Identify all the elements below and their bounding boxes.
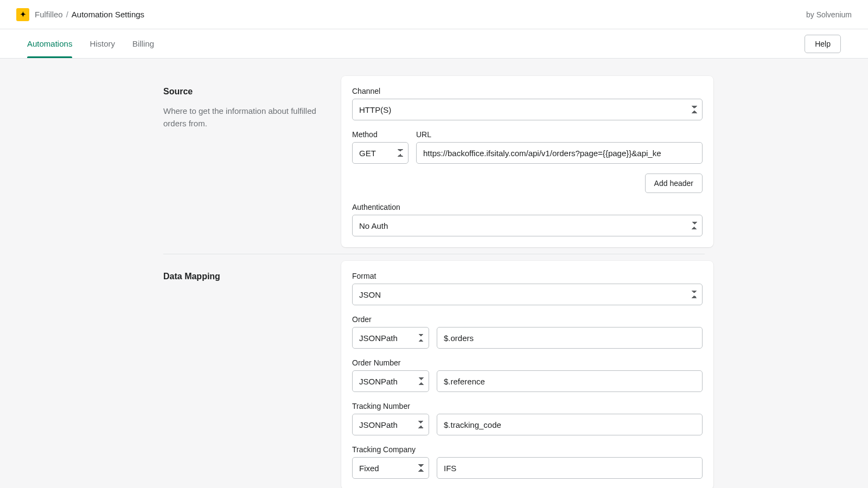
url-input[interactable] bbox=[416, 142, 703, 164]
method-label: Method bbox=[352, 130, 409, 139]
url-label: URL bbox=[416, 130, 703, 139]
topbar-left: ✦ Fulfilleo / Automation Settings bbox=[16, 8, 144, 21]
order-label: Order bbox=[352, 315, 703, 324]
trackco-type-select[interactable] bbox=[352, 457, 429, 479]
ordernum-row bbox=[352, 370, 703, 392]
source-description: Where to get the information about fulfi… bbox=[163, 105, 324, 130]
field-order-number: Order Number bbox=[352, 358, 703, 392]
auth-label: Authentication bbox=[352, 203, 703, 211]
field-order: Order bbox=[352, 315, 703, 349]
order-value-wrap bbox=[437, 327, 703, 349]
section-source-header: Source Where to get the information abou… bbox=[155, 76, 324, 247]
order-type-wrap bbox=[352, 327, 429, 349]
breadcrumb-app[interactable]: Fulfilleo bbox=[35, 10, 63, 19]
content: Source Where to get the information abou… bbox=[155, 59, 713, 488]
tracknum-row bbox=[352, 414, 703, 435]
breadcrumb: Fulfilleo / Automation Settings bbox=[35, 10, 144, 19]
channel-select-wrap bbox=[352, 99, 703, 120]
source-title: Source bbox=[163, 87, 324, 97]
trackco-value-input[interactable] bbox=[437, 457, 703, 479]
format-select-wrap bbox=[352, 284, 703, 305]
tracknum-value-wrap bbox=[437, 414, 703, 435]
tabs: Automations History Billing bbox=[27, 29, 154, 58]
method-url-row: Method URL bbox=[352, 130, 703, 174]
tracknum-value-input[interactable] bbox=[437, 414, 703, 435]
app-logo-icon: ✦ bbox=[16, 8, 29, 21]
tab-billing[interactable]: Billing bbox=[132, 29, 154, 58]
add-header-button[interactable]: Add header bbox=[645, 174, 703, 193]
channel-select[interactable] bbox=[352, 99, 703, 120]
byline: by Solvenium bbox=[806, 10, 852, 19]
mapping-card: Format Order Order Number bbox=[341, 261, 713, 488]
source-card: Channel Method URL Add header bbox=[341, 76, 713, 247]
section-data-mapping: Data Mapping Format Order bbox=[155, 254, 713, 488]
field-format: Format bbox=[352, 272, 703, 305]
auth-select[interactable] bbox=[352, 215, 703, 236]
tab-history[interactable]: History bbox=[90, 29, 115, 58]
format-select[interactable] bbox=[352, 284, 703, 305]
section-mapping-header: Data Mapping bbox=[155, 261, 324, 488]
ordernum-label: Order Number bbox=[352, 358, 703, 367]
section-source: Source Where to get the information abou… bbox=[155, 69, 713, 254]
field-authentication: Authentication bbox=[352, 203, 703, 236]
method-select[interactable] bbox=[352, 142, 409, 164]
add-header-row: Add header bbox=[352, 174, 703, 193]
auth-select-wrap bbox=[352, 215, 703, 236]
tracknum-type-select[interactable] bbox=[352, 414, 429, 435]
format-label: Format bbox=[352, 272, 703, 280]
trackco-label: Tracking Company bbox=[352, 445, 703, 454]
channel-label: Channel bbox=[352, 87, 703, 95]
ordernum-value-wrap bbox=[437, 370, 703, 392]
method-select-wrap bbox=[352, 142, 409, 164]
order-value-input[interactable] bbox=[437, 327, 703, 349]
breadcrumb-page: Automation Settings bbox=[72, 10, 144, 19]
field-url: URL bbox=[416, 130, 703, 174]
nav-row: Automations History Billing Help bbox=[0, 29, 868, 59]
field-tracking-company: Tracking Company bbox=[352, 445, 703, 479]
trackco-value-wrap bbox=[437, 457, 703, 479]
order-row bbox=[352, 327, 703, 349]
mapping-title: Data Mapping bbox=[163, 272, 324, 281]
field-channel: Channel bbox=[352, 87, 703, 120]
trackco-row bbox=[352, 457, 703, 479]
field-method: Method bbox=[352, 130, 409, 164]
tracknum-label: Tracking Number bbox=[352, 402, 703, 410]
ordernum-type-wrap bbox=[352, 370, 429, 392]
order-type-select[interactable] bbox=[352, 327, 429, 349]
field-tracking-number: Tracking Number bbox=[352, 402, 703, 435]
trackco-type-wrap bbox=[352, 457, 429, 479]
tab-automations[interactable]: Automations bbox=[27, 29, 72, 58]
help-button[interactable]: Help bbox=[805, 35, 841, 53]
topbar: ✦ Fulfilleo / Automation Settings by Sol… bbox=[0, 0, 868, 29]
tracknum-type-wrap bbox=[352, 414, 429, 435]
breadcrumb-separator: / bbox=[66, 10, 68, 19]
ordernum-type-select[interactable] bbox=[352, 370, 429, 392]
ordernum-value-input[interactable] bbox=[437, 370, 703, 392]
